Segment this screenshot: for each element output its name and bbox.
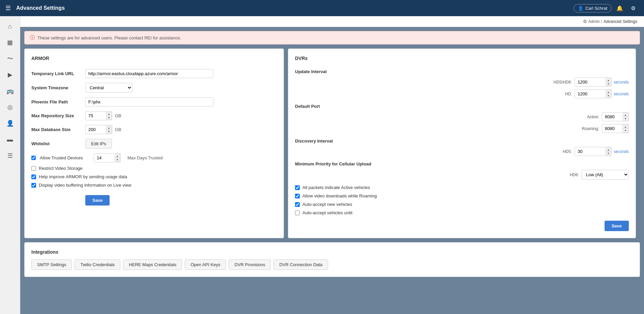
activity-icon: 〜 (7, 55, 13, 63)
discovery-hd5-unit: seconds (614, 149, 629, 154)
temp-link-url-label: Temporary Link URL (31, 71, 85, 76)
sidebar-item-list[interactable]: ☰ (3, 148, 18, 163)
max-repo-size-up[interactable]: ▲ (106, 112, 112, 116)
bus-icon: 🚌 (6, 87, 14, 95)
sidebar-item-home[interactable]: ⌂ (3, 19, 18, 34)
open-api-keys-button[interactable]: Open API Keys (185, 259, 226, 270)
roaming-port-down[interactable]: ▼ (623, 128, 628, 132)
system-timezone-area: Central Eastern Mountain Pacific (85, 83, 277, 93)
sidebar-item-play[interactable]: ▶ (3, 67, 18, 82)
restrict-video-checkbox[interactable] (31, 166, 36, 171)
notification-icon: 🔔 (616, 5, 623, 11)
user-sidebar-icon: 👤 (6, 120, 14, 127)
breadcrumb: ⚙ Admin / Advanced Settings (20, 16, 644, 27)
max-days-down[interactable]: ▼ (115, 158, 120, 162)
hd5hd6-up[interactable]: ▲ (606, 78, 611, 82)
user-icon: 👤 (578, 6, 583, 11)
breadcrumb-admin-link[interactable]: Admin (588, 19, 600, 24)
help-improve-label: Help improve ARMOR by sending usage data (39, 174, 127, 179)
discovery-hd5-spinner-btns: ▲ ▼ (606, 148, 611, 155)
phoenix-file-path-label: Phoenix File Path (31, 99, 85, 104)
dvr-connection-data-button[interactable]: DVR Connection Data (273, 259, 328, 270)
max-db-size-down[interactable]: ▼ (106, 129, 112, 133)
max-db-size-row: Max Database Size ▲ ▼ GB (31, 125, 277, 134)
help-improve-checkbox[interactable] (31, 175, 36, 179)
help-improve-row: Help improve ARMOR by sending usage data (31, 174, 277, 179)
active-port-up[interactable]: ▲ (623, 113, 628, 117)
roaming-port-row: Roaming: ▲ ▼ (295, 124, 629, 133)
roaming-port-up[interactable]: ▲ (623, 125, 628, 128)
here-maps-button[interactable]: HERE Maps Credentials (123, 259, 182, 270)
allow-downloads-checkbox[interactable] (295, 194, 300, 198)
sidebar-item-activity[interactable]: 〜 (3, 51, 18, 66)
sidebar-item-camera[interactable]: ▬ (3, 132, 18, 147)
all-packets-checkbox[interactable] (295, 185, 300, 190)
dvr-save-button[interactable]: Save (605, 221, 629, 231)
max-days-trusted-suffix: Max Days Trusted (127, 155, 163, 160)
temp-link-url-input[interactable] (85, 69, 213, 78)
max-repo-size-label: Max Repository Size (31, 113, 85, 118)
hamburger-icon[interactable]: ☰ (5, 4, 11, 12)
phoenix-file-path-input[interactable] (85, 97, 213, 106)
discovery-hd5-up[interactable]: ▲ (606, 148, 611, 151)
list-icon: ☰ (7, 152, 13, 159)
hd-up[interactable]: ▲ (606, 90, 611, 94)
breadcrumb-separator: / (601, 19, 602, 24)
hd-down[interactable]: ▼ (606, 94, 611, 98)
max-db-size-up[interactable]: ▲ (106, 126, 112, 129)
cards-row: ARMOR Temporary Link URL System Timezone… (24, 49, 640, 238)
discovery-hd5-down[interactable]: ▼ (606, 151, 611, 155)
dvr-checkboxes: All packets indicate Active vehicles All… (295, 185, 629, 215)
auto-accept-checkbox[interactable] (295, 202, 300, 207)
max-db-size-area: ▲ ▼ GB (85, 125, 277, 134)
roaming-port-spinner-btns: ▲ ▼ (623, 125, 628, 132)
discovery-hd5-label: HD5: (545, 149, 572, 154)
default-port-title: Default Port (295, 104, 629, 109)
active-port-spinner: ▲ ▼ (602, 112, 629, 121)
hd-label: HD: (545, 92, 572, 96)
min-priority-hd6-row: HD6: Low (All) Medium High (295, 170, 629, 180)
notification-button[interactable]: 🔔 (614, 3, 625, 13)
max-repo-size-unit: GB (115, 113, 121, 118)
hd-unit: seconds (614, 92, 629, 96)
armor-save-button[interactable]: Save (85, 195, 110, 206)
sidebar-item-bus[interactable]: 🚌 (3, 84, 18, 98)
auto-accept-until-checkbox[interactable] (295, 211, 300, 215)
max-repo-size-down[interactable]: ▼ (106, 116, 112, 120)
max-db-size-label: Max Database Size (31, 127, 85, 132)
discovery-interval-title: Discovery Interval (295, 138, 629, 144)
integrations-title: Integrations (31, 249, 633, 255)
hd5hd6-unit: seconds (614, 80, 629, 85)
alert-message: These settings are for advanced users. P… (37, 35, 181, 40)
allow-trusted-checkbox[interactable] (31, 156, 36, 160)
whitelist-row: Whitelist Edit IPs (31, 139, 277, 149)
active-port-row: Active: ▲ ▼ (295, 112, 629, 121)
settings-button[interactable]: ⚙ (628, 3, 639, 13)
smtp-settings-button[interactable]: SMTP Settings (31, 259, 72, 270)
hd5hd6-down[interactable]: ▼ (606, 82, 611, 86)
hd5hd6-label: HD5/HD6: (545, 80, 572, 85)
alert-icon: ⓘ (30, 35, 35, 41)
sidebar-item-target[interactable]: ◎ (3, 100, 18, 115)
hd5hd6-row: HD5/HD6: ▲ ▼ seconds (295, 77, 629, 87)
dvrs-card: DVRs Update Interval HD5/HD6: ▲ ▼ second… (288, 49, 636, 238)
allow-trusted-row: Allow Trusted Devices ▲ ▼ Max Days Trust… (31, 153, 277, 162)
user-label: Carl Schrat (585, 6, 607, 11)
user-menu-button[interactable]: 👤 Carl Schrat (574, 4, 612, 12)
dvr-provisions-button[interactable]: DVR Provisions (229, 259, 271, 270)
sidebar-item-grid[interactable]: ▦ (3, 35, 18, 50)
twilio-credentials-button[interactable]: Twilio Credentials (75, 259, 120, 270)
max-days-spinner: ▲ ▼ (94, 153, 121, 162)
armor-save-row: Save (31, 191, 277, 206)
display-buffering-checkbox[interactable] (31, 183, 36, 188)
min-priority-select[interactable]: Low (All) Medium High (582, 170, 629, 180)
edit-ips-button[interactable]: Edit IPs (85, 139, 112, 149)
sidebar-item-user[interactable]: 👤 (3, 116, 18, 131)
max-days-up[interactable]: ▲ (115, 154, 120, 158)
system-timezone-select[interactable]: Central Eastern Mountain Pacific (85, 83, 133, 93)
max-days-spinner-btns: ▲ ▼ (115, 154, 120, 162)
active-port-down[interactable]: ▼ (623, 117, 628, 121)
breadcrumb-gear-icon: ⚙ (583, 19, 587, 24)
play-icon: ▶ (8, 71, 12, 78)
system-timezone-row: System Timezone Central Eastern Mountain… (31, 83, 277, 93)
